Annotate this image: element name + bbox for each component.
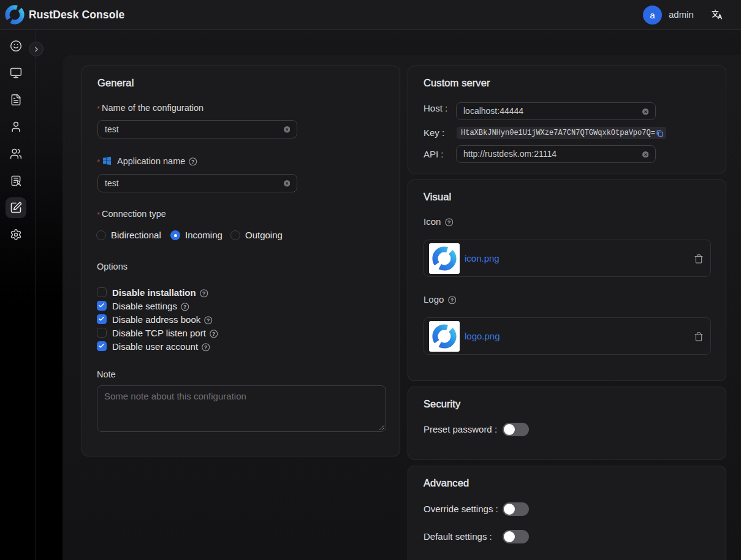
svg-text:?: ? [450, 297, 454, 303]
svg-text:?: ? [183, 304, 186, 310]
svg-text:?: ? [191, 158, 194, 164]
svg-text:?: ? [212, 331, 215, 337]
svg-text:?: ? [207, 317, 210, 324]
svg-text:?: ? [447, 219, 450, 225]
svg-text:?: ? [204, 344, 207, 350]
svg-text:?: ? [202, 290, 205, 297]
